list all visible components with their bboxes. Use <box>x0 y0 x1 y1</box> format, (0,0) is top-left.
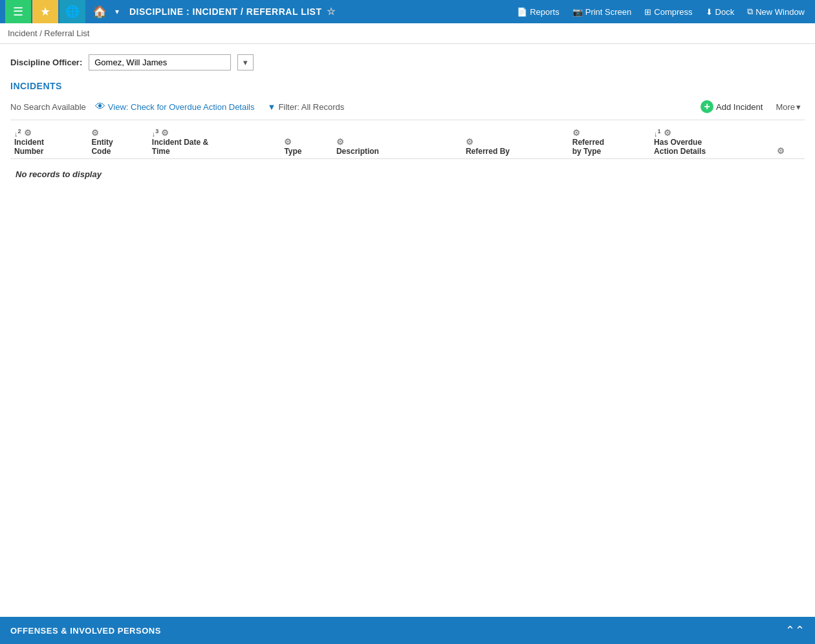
col-entity-code: ⚙ EntityCode <box>87 125 147 159</box>
print-icon: 📷 <box>572 7 583 17</box>
menu-icon: ☰ <box>13 5 23 19</box>
dock-button[interactable]: ⬇ Dock <box>701 0 740 23</box>
col-overdue-label: Has OverdueAction Details <box>654 138 768 156</box>
filter-button[interactable]: ▼ Filter: All Records <box>264 101 349 113</box>
chevron-down-icon: ▾ <box>243 58 248 67</box>
view-label: View: Check for Overdue Action Details <box>108 102 255 112</box>
breadcrumb: Incident / Referral List <box>0 23 815 44</box>
sort-1-icon[interactable]: ↓1 <box>654 128 661 138</box>
collapse-icon: ⌃⌃ <box>785 624 805 637</box>
col-type-label: Type <box>284 147 329 156</box>
col-description-label: Description <box>336 147 458 156</box>
favorites-button[interactable]: ★ <box>32 0 58 23</box>
gear-overdue-icon[interactable]: ⚙ <box>664 128 671 138</box>
gear-incident-icon[interactable]: ⚙ <box>24 128 32 138</box>
gear-type-icon[interactable]: ⚙ <box>284 137 292 147</box>
compress-label: Compress <box>654 7 692 17</box>
title-text: DISCIPLINE : INCIDENT / REFERRAL LIST <box>129 6 321 17</box>
reports-label: Reports <box>530 7 560 17</box>
gear-extra-icon[interactable]: ⚙ <box>777 146 785 156</box>
compress-button[interactable]: ⊞ Compress <box>639 0 697 23</box>
officer-row: Discipline Officer: ▾ <box>10 54 805 70</box>
gear-entity-icon[interactable]: ⚙ <box>91 128 99 138</box>
col-incident-label: IncidentNumber <box>14 138 83 156</box>
sort-3-icon[interactable]: ↓3 <box>152 128 159 138</box>
no-search-label: No Search Available <box>10 102 86 112</box>
col-has-overdue: ↓1 ⚙ Has OverdueAction Details <box>650 125 772 159</box>
col-entity-label: EntityCode <box>91 138 144 156</box>
col-incident-number: ↓2 ⚙ IncidentNumber <box>10 125 87 159</box>
globe-icon: 🌐 <box>65 5 80 19</box>
print-screen-label: Print Screen <box>585 7 632 17</box>
home-icon: 🏠 <box>92 5 107 19</box>
breadcrumb-text: Incident / Referral List <box>8 28 89 38</box>
no-records-row: No records to display <box>10 159 805 190</box>
topbar: ☰ ★ 🌐 🏠 ▾ DISCIPLINE : INCIDENT / REFERR… <box>0 0 815 23</box>
gear-desc-icon[interactable]: ⚙ <box>336 137 344 147</box>
more-label: More <box>776 102 795 112</box>
gear-referred-type-icon[interactable]: ⚙ <box>572 128 580 138</box>
col-extra: ⚙ <box>773 125 805 159</box>
more-button[interactable]: More ▾ <box>772 101 805 113</box>
home-chevron[interactable]: ▾ <box>114 7 120 16</box>
incidents-table: ↓2 ⚙ IncidentNumber ⚙ EntityCode ↓3 ⚙ <box>10 125 805 189</box>
reports-button[interactable]: 📄 Reports <box>512 0 565 23</box>
toolbar-row: No Search Available 👁 View: Check for Ov… <box>10 99 805 120</box>
no-records-message: No records to display <box>10 159 805 190</box>
officer-label: Discipline Officer: <box>10 58 82 67</box>
col-referred-by-label: Referred By <box>466 147 565 156</box>
topbar-actions: 📄 Reports 📷 Print Screen ⊞ Compress ⬇ Do… <box>512 0 810 23</box>
collapse-button[interactable]: ⌃⌃ <box>785 623 805 638</box>
bottom-section: OFFENSES & INVOLVED PERSONS ⌃⌃ <box>0 617 815 641</box>
add-circle-icon: + <box>701 100 713 113</box>
new-window-button[interactable]: ⧉ New Window <box>742 0 810 23</box>
add-incident-button[interactable]: + Add Incident <box>697 99 766 114</box>
filter-icon: ▼ <box>268 102 276 112</box>
filter-label: Filter: All Records <box>278 102 344 112</box>
new-window-icon: ⧉ <box>747 6 753 17</box>
col-date-label: Incident Date &Time <box>152 138 277 156</box>
star-icon: ★ <box>40 5 50 19</box>
eye-icon: 👁 <box>95 101 105 113</box>
title-star-outline[interactable]: ☆ <box>327 6 336 17</box>
reports-icon: 📄 <box>517 7 527 17</box>
main-content: Discipline Officer: ▾ INCIDENTS No Searc… <box>0 44 815 641</box>
compress-icon: ⊞ <box>644 7 651 17</box>
bottom-section-title: OFFENSES & INVOLVED PERSONS <box>10 626 161 636</box>
globe-button[interactable]: 🌐 <box>60 0 85 23</box>
col-referred-by-type: ⚙ Referredby Type <box>569 125 650 159</box>
officer-dropdown-button[interactable]: ▾ <box>237 54 254 70</box>
print-screen-button[interactable]: 📷 Print Screen <box>567 0 637 23</box>
view-overdue-button[interactable]: 👁 View: Check for Overdue Action Details <box>91 100 259 114</box>
page-title: DISCIPLINE : INCIDENT / REFERRAL LIST ☆ <box>122 0 510 23</box>
col-description: ⚙ Description <box>332 125 462 159</box>
menu-button[interactable]: ☰ <box>5 0 31 23</box>
table-header-row: ↓2 ⚙ IncidentNumber ⚙ EntityCode ↓3 ⚙ <box>10 125 805 159</box>
dock-label: Dock <box>715 7 735 17</box>
officer-input[interactable] <box>89 54 231 70</box>
gear-referred-icon[interactable]: ⚙ <box>466 137 473 147</box>
dock-icon: ⬇ <box>706 7 713 17</box>
col-incident-date: ↓3 ⚙ Incident Date &Time <box>148 125 281 159</box>
new-window-label: New Window <box>755 7 805 17</box>
col-type: ⚙ Type <box>280 125 332 159</box>
sort-2-icon[interactable]: ↓2 <box>14 128 21 138</box>
incidents-section-header: INCIDENTS <box>10 81 805 91</box>
gear-date-icon[interactable]: ⚙ <box>161 128 169 138</box>
more-chevron-icon: ▾ <box>796 102 801 112</box>
col-referred-by-type-label: Referredby Type <box>572 138 646 156</box>
add-incident-label: Add Incident <box>716 102 763 112</box>
col-referred-by: ⚙ Referred By <box>462 125 569 159</box>
home-button[interactable]: 🏠 <box>87 0 113 23</box>
